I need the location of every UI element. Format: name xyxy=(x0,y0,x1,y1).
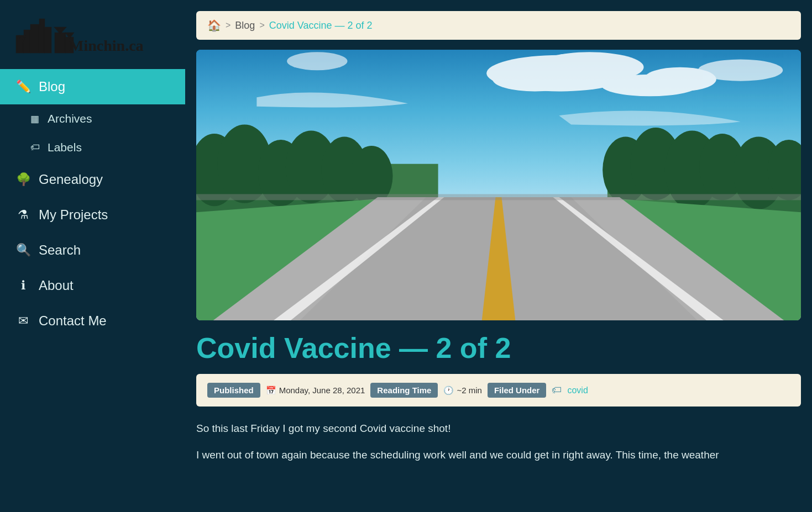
sidebar-item-my-projects[interactable]: ⚗ My Projects xyxy=(0,197,185,233)
breadcrumb-sep2: > xyxy=(259,20,264,30)
svg-rect-4 xyxy=(45,28,51,52)
published-badge: Published xyxy=(207,383,260,398)
clock-icon: 🕐 xyxy=(443,386,454,395)
tag-link[interactable]: covid xyxy=(567,386,588,395)
sidebar-item-labels[interactable]: 🏷 Labels xyxy=(0,133,185,162)
flask-icon: ⚗ xyxy=(15,208,31,222)
sidebar-item-about[interactable]: ℹ About xyxy=(0,268,185,303)
filed-under-badge: Filed Under xyxy=(488,383,547,398)
sidebar-item-archives[interactable]: ▦ Archives xyxy=(0,104,185,133)
svg-rect-6 xyxy=(55,33,65,52)
post-date: 📅 Monday, June 28, 2021 xyxy=(266,386,365,395)
svg-marker-7 xyxy=(55,28,65,33)
breadcrumb-blog[interactable]: Blog xyxy=(235,20,255,31)
search-icon: 🔍 xyxy=(15,243,31,257)
svg-point-18 xyxy=(698,59,783,81)
logo-area: Minchin.ca xyxy=(0,0,185,69)
reading-time-value: 🕐 ~2 min xyxy=(443,386,481,395)
info-icon: ℹ xyxy=(15,278,31,293)
sidebar-item-blog[interactable]: ✏️ Blog xyxy=(0,69,185,104)
svg-rect-1 xyxy=(24,30,30,52)
logo: Minchin.ca xyxy=(11,11,174,61)
breadcrumb-sep1: > xyxy=(226,20,230,30)
svg-rect-3 xyxy=(40,19,44,52)
svg-point-17 xyxy=(287,52,347,70)
envelope-icon: ✉ xyxy=(15,314,31,328)
tag-label-icon: 🏷 xyxy=(552,384,562,396)
home-icon[interactable]: 🏠 xyxy=(207,19,221,32)
tree-icon: 🌳 xyxy=(15,172,31,187)
meta-bar: Published 📅 Monday, June 28, 2021 Readin… xyxy=(196,374,801,407)
pencil-icon: ✏️ xyxy=(15,80,31,94)
svg-rect-42 xyxy=(196,194,801,200)
svg-point-14 xyxy=(493,67,577,92)
hero-image xyxy=(196,50,801,320)
svg-text:Minchin.ca: Minchin.ca xyxy=(69,37,144,54)
tag-icon: 🏷 xyxy=(29,142,41,153)
main-content: 🏠 > Blog > Covid Vaccine — 2 of 2 xyxy=(185,0,812,512)
post-title: Covid Vaccine — 2 of 2 xyxy=(196,332,801,364)
calendar-icon: 📅 xyxy=(266,386,276,395)
archive-icon: ▦ xyxy=(29,113,41,125)
sidebar-nav: ✏️ Blog ▦ Archives 🏷 Labels 🌳 Genealogy … xyxy=(0,69,185,339)
sidebar-item-genealogy[interactable]: 🌳 Genealogy xyxy=(0,162,185,197)
breadcrumb: 🏠 > Blog > Covid Vaccine — 2 of 2 xyxy=(196,11,801,40)
article-para-1: So this last Friday I got my second Covi… xyxy=(196,420,801,437)
article-para-2: I went out of town again because the sch… xyxy=(196,446,801,464)
sidebar-item-contact[interactable]: ✉ Contact Me xyxy=(0,303,185,339)
sidebar-item-search[interactable]: 🔍 Search xyxy=(0,233,185,268)
article-body: So this last Friday I got my second Covi… xyxy=(196,420,801,465)
breadcrumb-current: Covid Vaccine — 2 of 2 xyxy=(269,20,373,31)
reading-time-badge: Reading Time xyxy=(370,383,438,398)
sidebar: Minchin.ca ✏️ Blog ▦ Archives 🏷 Labels 🌳… xyxy=(0,0,185,512)
svg-rect-2 xyxy=(31,25,39,52)
